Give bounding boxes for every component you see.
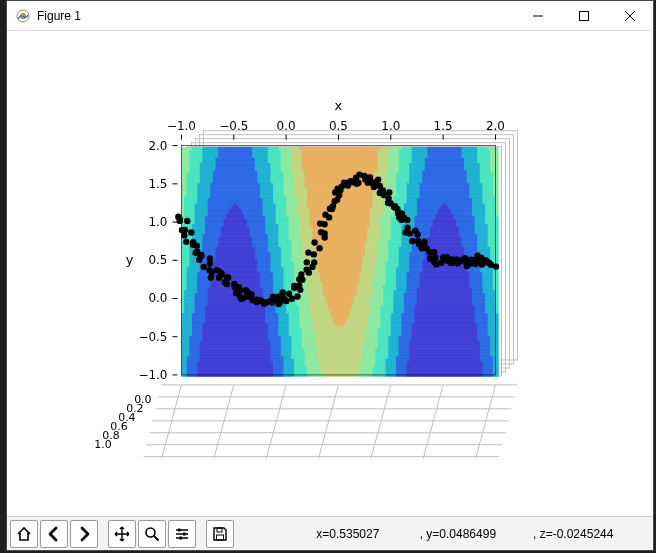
svg-point-1755	[286, 291, 292, 297]
status-x-label: x=	[316, 527, 329, 541]
svg-point-1761	[299, 276, 305, 282]
svg-point-1759	[296, 282, 302, 288]
svg-line-20	[423, 385, 443, 459]
svg-point-1779	[322, 211, 328, 217]
svg-point-1706	[208, 274, 214, 280]
close-icon	[625, 11, 635, 21]
status-x-val: 0.535027	[329, 527, 379, 541]
maximize-icon	[579, 11, 589, 21]
svg-line-19	[371, 385, 391, 459]
svg-point-1773	[322, 234, 328, 240]
svg-text:−0.5: −0.5	[138, 330, 167, 344]
svg-text:1.5: 1.5	[148, 177, 167, 191]
sliders-icon	[174, 526, 190, 542]
svg-point-1727	[238, 296, 244, 302]
svg-point-1827	[404, 217, 410, 223]
svg-rect-1664	[192, 147, 203, 150]
save-button[interactable]	[206, 520, 234, 548]
forward-icon	[76, 526, 92, 542]
svg-point-1847	[429, 249, 435, 255]
svg-text:0.5: 0.5	[329, 119, 348, 133]
minimize-button[interactable]	[515, 1, 561, 30]
svg-point-1843	[421, 244, 427, 250]
svg-text:2.0: 2.0	[148, 139, 167, 153]
svg-rect-1679	[488, 147, 496, 150]
svg-rect-1663	[181, 147, 192, 150]
svg-rect-1680	[495, 147, 498, 150]
svg-point-1865	[456, 258, 462, 264]
svg-point-1822	[391, 204, 397, 210]
svg-rect-1667	[252, 147, 268, 150]
pan-icon	[114, 526, 130, 542]
svg-point-1876	[474, 253, 480, 259]
status-y-val: 0.0486499	[439, 527, 496, 541]
svg-point-1693	[190, 242, 196, 248]
svg-point-1764	[303, 267, 309, 273]
svg-rect-1669	[278, 147, 289, 150]
svg-point-1833	[406, 230, 412, 236]
svg-point-1689	[181, 232, 187, 238]
svg-point-1754	[294, 293, 300, 299]
svg-point-1805	[362, 176, 368, 182]
pan-button[interactable]	[108, 520, 136, 548]
svg-point-1882	[485, 259, 491, 265]
svg-line-21	[476, 385, 496, 459]
zoom-icon	[144, 526, 160, 542]
svg-rect-1675	[412, 147, 428, 150]
svg-point-1878	[477, 258, 483, 264]
svg-text:1.0: 1.0	[94, 438, 111, 451]
svg-text:1.0: 1.0	[381, 119, 400, 133]
save-icon	[212, 526, 228, 542]
svg-rect-1668	[268, 147, 279, 150]
svg-text:x: x	[335, 98, 343, 113]
window-controls	[515, 1, 653, 30]
svg-point-1770	[311, 239, 317, 245]
svg-rect-1665	[202, 147, 218, 150]
svg-line-16	[214, 385, 234, 459]
close-button[interactable]	[607, 1, 653, 30]
svg-point-1768	[305, 249, 311, 255]
svg-point-1828	[398, 217, 404, 223]
nav-toolbar: x=0.535027 , y=0.0486499 , z=-0.0245244	[7, 516, 653, 550]
svg-point-1783	[332, 198, 338, 204]
svg-rect-1923	[180, 537, 183, 540]
home-button[interactable]	[10, 520, 38, 548]
svg-point-1688	[188, 229, 194, 235]
app-icon	[15, 8, 31, 24]
svg-text:1.5: 1.5	[434, 119, 453, 133]
status-bar: x=0.535027 , y=0.0486499 , z=-0.0245244	[235, 527, 653, 541]
back-button[interactable]	[40, 520, 68, 548]
status-y-label: , y=	[420, 527, 440, 541]
status-z-val: -0.0245244	[553, 527, 614, 541]
svg-rect-1670	[289, 147, 300, 150]
svg-point-1703	[207, 260, 213, 266]
svg-rect-1921	[178, 529, 181, 532]
svg-point-1777	[317, 220, 323, 226]
svg-point-1835	[409, 238, 415, 244]
svg-point-1710	[218, 272, 224, 278]
svg-rect-1678	[477, 147, 488, 150]
svg-point-1883	[493, 263, 499, 269]
svg-point-1769	[311, 251, 317, 257]
svg-point-1767	[311, 259, 317, 265]
minimize-icon	[533, 11, 543, 21]
svg-rect-1672	[380, 147, 391, 150]
svg-point-1691	[183, 239, 189, 245]
svg-text:0.0: 0.0	[277, 119, 296, 133]
svg-point-1775	[318, 229, 324, 235]
svg-text:1.0: 1.0	[148, 215, 167, 229]
svg-rect-1676	[427, 147, 462, 150]
zoom-button[interactable]	[138, 520, 166, 548]
status-z-label: , z=	[533, 527, 553, 541]
svg-point-1864	[462, 255, 468, 261]
maximize-button[interactable]	[561, 1, 607, 30]
home-icon	[16, 526, 32, 542]
window-title: Figure 1	[37, 9, 515, 23]
svg-rect-1673	[391, 147, 402, 150]
figure-window: Figure 1 −1.0−0.50.00.51.01.52.0x−1.0−0.…	[6, 0, 654, 551]
forward-button[interactable]	[70, 520, 98, 548]
svg-line-18	[319, 385, 339, 459]
svg-rect-1671	[299, 147, 381, 150]
configure-button[interactable]	[168, 520, 196, 548]
figure-canvas[interactable]: −1.0−0.50.00.51.01.52.0x−1.0−0.50.00.51.…	[7, 31, 653, 516]
